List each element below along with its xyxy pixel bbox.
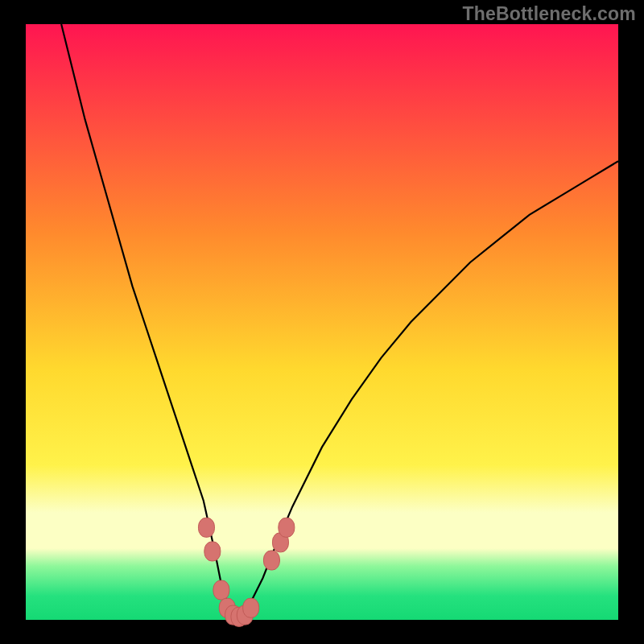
chart-frame: TheBottleneck.com [0, 0, 644, 644]
curve-marker [204, 542, 221, 561]
curve-marker [279, 518, 295, 537]
gradient-background [26, 24, 618, 620]
curve-marker [198, 518, 214, 537]
watermark-text: TheBottleneck.com [462, 3, 636, 25]
curve-marker [243, 598, 259, 617]
bottleneck-chart [0, 0, 644, 644]
curve-marker [263, 551, 279, 570]
plot-area [26, 24, 618, 626]
curve-marker [213, 580, 229, 600]
